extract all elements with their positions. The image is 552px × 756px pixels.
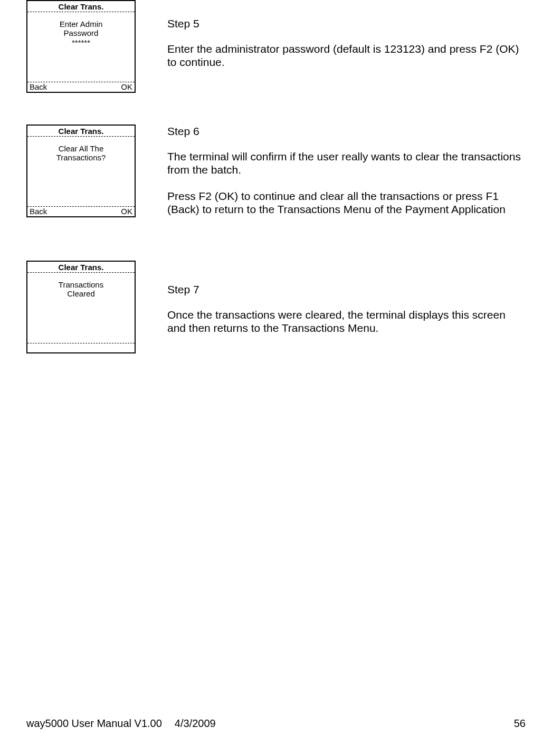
- step-7-row: Clear Trans. Transactions Cleared Step 7…: [26, 261, 526, 353]
- terminal-ok-label: OK: [121, 207, 132, 216]
- step-paragraph: Once the transactions were cleared, the …: [167, 308, 526, 335]
- terminal-body: Enter Admin Password ******: [27, 12, 135, 82]
- terminal-back-label: Back: [30, 207, 47, 216]
- step-paragraph: Enter the administrator password (defaul…: [167, 42, 526, 69]
- step-6-text: Step 6 The terminal will confirm if the …: [167, 125, 526, 229]
- step-5-row: Clear Trans. Enter Admin Password ******…: [26, 0, 526, 93]
- terminal-title: Clear Trans.: [27, 126, 135, 137]
- terminal-title: Clear Trans.: [27, 262, 135, 273]
- footer-page-number: 56: [514, 717, 526, 730]
- footer-date: 4/3/2009: [175, 717, 216, 730]
- terminal-body: Clear All The Transactions?: [27, 137, 135, 206]
- step-paragraph: Press F2 (OK) to continue and clear all …: [167, 189, 526, 216]
- footer-doc-title: way5000 User Manual V1.00: [26, 717, 162, 730]
- terminal-back-label: Back: [30, 82, 47, 91]
- terminal-body-line: Transactions?: [56, 153, 106, 162]
- terminal-body-line: Cleared: [67, 289, 95, 298]
- step-heading: Step 5: [167, 17, 526, 31]
- terminal-footer: Back OK: [27, 206, 135, 216]
- terminal-body-line: Clear All The: [59, 144, 104, 153]
- terminal-body-line: Transactions: [59, 280, 103, 289]
- step-heading: Step 6: [167, 125, 526, 138]
- terminal-screen: Clear Trans. Transactions Cleared: [26, 261, 136, 353]
- terminal-title: Clear Trans.: [27, 1, 135, 12]
- terminal-screen: Clear Trans. Clear All The Transactions?…: [26, 125, 136, 217]
- step-heading: Step 7: [167, 283, 526, 296]
- terminal-screen: Clear Trans. Enter Admin Password ******…: [26, 0, 136, 93]
- terminal-body-line: ******: [72, 38, 90, 47]
- document-page: Clear Trans. Enter Admin Password ******…: [0, 0, 552, 756]
- terminal-ok-label: OK: [121, 82, 132, 91]
- terminal-footer: Back OK: [27, 82, 135, 92]
- terminal-body-line: Enter Admin: [60, 20, 103, 28]
- terminal-body-line: Password: [64, 28, 99, 37]
- step-6-row: Clear Trans. Clear All The Transactions?…: [26, 125, 526, 229]
- step-paragraph: The terminal will confirm if the user re…: [167, 150, 526, 177]
- page-footer: way5000 User Manual V1.00 4/3/2009 56: [26, 717, 526, 730]
- terminal-body: Transactions Cleared: [27, 273, 135, 343]
- terminal-footer: [27, 343, 135, 352]
- step-7-text: Step 7 Once the transactions were cleare…: [167, 261, 526, 348]
- step-5-text: Step 5 Enter the administrator password …: [167, 0, 526, 82]
